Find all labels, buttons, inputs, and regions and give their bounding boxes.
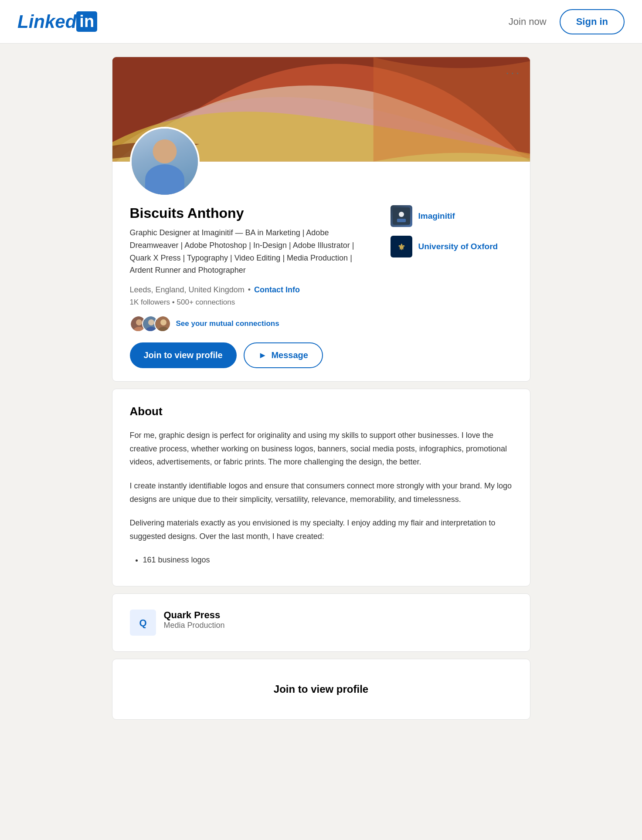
sidebar-company-oxford: ⚜ University of Oxford bbox=[391, 236, 513, 257]
profile-card: ··· Biscuits Anthony Graphic Designer at… bbox=[112, 57, 530, 382]
contact-info-link[interactable]: Contact Info bbox=[254, 285, 300, 295]
profile-headline: Graphic Designer at Imaginitif — BA in M… bbox=[130, 227, 373, 277]
message-icon: ► bbox=[258, 350, 267, 360]
logo-linked: Linked bbox=[17, 11, 76, 32]
exp-company-name: Quark Press bbox=[164, 610, 513, 621]
about-list-item-1: 161 business logos bbox=[143, 553, 513, 567]
profile-photo bbox=[130, 127, 200, 196]
mutual-avatars bbox=[130, 315, 171, 332]
svg-point-2 bbox=[136, 319, 142, 325]
imaginitif-company-name[interactable]: Imaginitif bbox=[418, 211, 455, 221]
profile-photo-inner bbox=[132, 129, 198, 195]
about-title: About bbox=[130, 405, 513, 418]
svg-point-8 bbox=[160, 319, 166, 325]
main-content: ··· Biscuits Anthony Graphic Designer at… bbox=[112, 57, 530, 720]
imaginitif-logo bbox=[391, 205, 412, 227]
profile-name: Biscuits Anthony bbox=[130, 205, 373, 221]
mutual-avatar-3 bbox=[154, 315, 171, 332]
svg-text:⚜: ⚜ bbox=[397, 242, 405, 252]
quark-logo: Q bbox=[130, 610, 156, 636]
avatar-body bbox=[145, 164, 184, 195]
experience-card: Q Quark Press Media Production bbox=[112, 593, 530, 652]
sign-in-button[interactable]: Sign in bbox=[560, 9, 625, 34]
header-actions: Join now Sign in bbox=[509, 9, 625, 34]
exp-info: Quark Press Media Production bbox=[164, 610, 513, 630]
profile-stats: 1K followers • 500+ connections bbox=[130, 298, 373, 307]
avatar-head bbox=[153, 139, 177, 163]
exp-subtitle: Media Production bbox=[164, 621, 513, 630]
more-options-button[interactable]: ··· bbox=[506, 66, 521, 80]
message-label: Message bbox=[271, 350, 308, 360]
action-buttons: Join to view profile ► Message bbox=[130, 342, 373, 368]
join-to-view-button[interactable]: Join to view profile bbox=[130, 342, 237, 368]
about-list: 161 business logos bbox=[130, 553, 513, 567]
connections-count: 500+ connections bbox=[177, 298, 235, 306]
oxford-company-name[interactable]: University of Oxford bbox=[418, 242, 498, 251]
mutual-connections: See your mutual connections bbox=[130, 315, 373, 332]
linkedin-logo[interactable]: Linkedin bbox=[17, 11, 97, 32]
oxford-logo: ⚜ bbox=[391, 236, 412, 257]
location-text: Leeds, England, United Kingdom bbox=[130, 285, 245, 295]
logo-in: in bbox=[76, 11, 97, 32]
about-card: About For me, graphic design is perfect … bbox=[112, 389, 530, 586]
sidebar-company-imaginitif: Imaginitif bbox=[391, 205, 513, 227]
experience-item-quark: Q Quark Press Media Production bbox=[130, 610, 513, 636]
page-header: Linkedin Join now Sign in bbox=[0, 0, 642, 44]
followers-count: 1K followers bbox=[130, 298, 170, 306]
svg-point-11 bbox=[399, 212, 404, 217]
svg-point-5 bbox=[148, 319, 154, 325]
svg-rect-12 bbox=[397, 219, 406, 222]
join-overlay-text: Join to view profile bbox=[274, 683, 368, 695]
about-paragraph-3: Delivering materials exactly as you envi… bbox=[130, 516, 513, 543]
profile-sidebar: Imaginitif ⚜ University of Oxford bbox=[391, 205, 513, 266]
about-paragraph-2: I create instantly identifiable logos an… bbox=[130, 479, 513, 506]
message-button[interactable]: ► Message bbox=[244, 342, 323, 368]
profile-photo-wrapper bbox=[130, 127, 200, 196]
join-overlay-section: Join to view profile bbox=[112, 659, 530, 720]
svg-text:Q: Q bbox=[139, 617, 146, 628]
dot-separator: • bbox=[248, 285, 251, 295]
profile-info-section: Biscuits Anthony Graphic Designer at Ima… bbox=[112, 196, 530, 368]
profile-main: Biscuits Anthony Graphic Designer at Ima… bbox=[130, 205, 373, 368]
profile-location: Leeds, England, United Kingdom • Contact… bbox=[130, 285, 373, 295]
stats-separator: • bbox=[172, 298, 177, 306]
join-now-link[interactable]: Join now bbox=[509, 16, 547, 27]
about-paragraph-1: For me, graphic design is perfect for or… bbox=[130, 429, 513, 469]
mutual-connections-link[interactable]: See your mutual connections bbox=[176, 319, 279, 328]
